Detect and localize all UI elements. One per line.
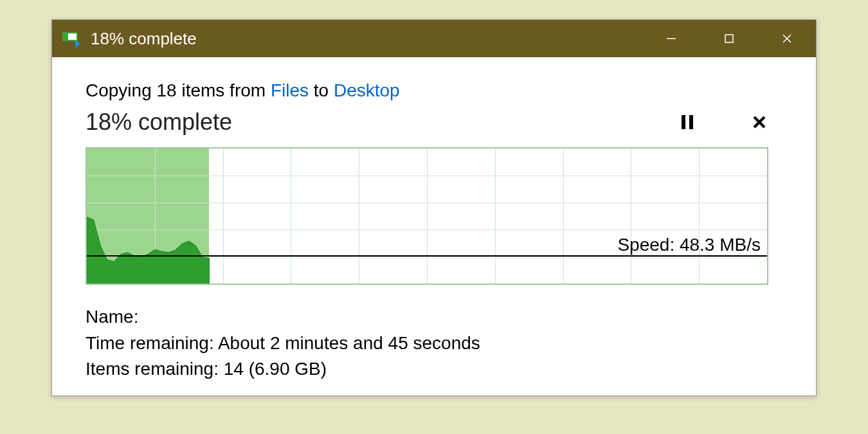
- svg-rect-1: [725, 35, 733, 42]
- items-remaining-value: 14 (6.90 GB): [224, 359, 327, 379]
- file-copy-dialog: 18% complete Copying 18 items from Files…: [51, 19, 817, 396]
- name-row: Name:: [86, 304, 782, 330]
- source-link[interactable]: Files: [271, 80, 309, 100]
- items-remaining-label: Items remaining:: [86, 359, 224, 379]
- speed-indicator-line: [87, 255, 767, 257]
- window-title: 18% complete: [91, 29, 642, 49]
- titlebar[interactable]: 18% complete: [52, 20, 816, 57]
- svg-rect-5: [689, 115, 693, 129]
- name-label: Name:: [86, 307, 138, 327]
- speed-chart[interactable]: Speed: 48.3 MB/s: [86, 147, 768, 285]
- progress-percent-text: 18% complete: [86, 109, 232, 136]
- progress-row: 18% complete: [86, 109, 782, 136]
- close-button[interactable]: [758, 20, 816, 57]
- window-controls: [642, 20, 816, 57]
- cancel-button[interactable]: [749, 112, 770, 132]
- time-remaining-label: Time remaining:: [86, 333, 218, 353]
- time-remaining-value: About 2 minutes and 45 seconds: [218, 333, 480, 353]
- action-buttons: [677, 112, 782, 132]
- copy-description: Copying 18 items from Files to Desktop: [86, 80, 782, 101]
- maximize-button[interactable]: [700, 20, 758, 57]
- svg-rect-4: [682, 115, 685, 129]
- minimize-button[interactable]: [642, 20, 700, 57]
- speed-curve: [87, 149, 767, 285]
- copy-mid: to: [309, 80, 334, 100]
- copy-progress-icon: [62, 32, 80, 45]
- items-remaining-row: Items remaining: 14 (6.90 GB): [86, 356, 782, 383]
- pause-button[interactable]: [677, 112, 698, 132]
- speed-label: Speed: 48.3 MB/s: [617, 235, 761, 255]
- dialog-content: Copying 18 items from Files to Desktop 1…: [52, 57, 816, 395]
- transfer-details: Name: Time remaining: About 2 minutes an…: [86, 304, 782, 383]
- time-remaining-row: Time remaining: About 2 minutes and 45 s…: [86, 330, 782, 357]
- dest-link[interactable]: Desktop: [334, 80, 400, 100]
- copy-prefix: Copying 18 items from: [86, 80, 271, 100]
